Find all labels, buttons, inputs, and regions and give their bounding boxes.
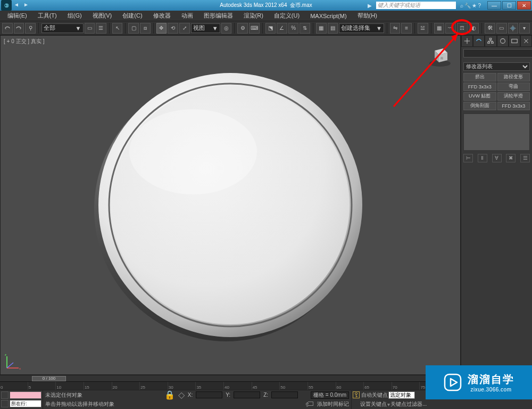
show-end-result-icon[interactable]: Ⅱ — [478, 154, 487, 162]
render-icon[interactable] — [508, 23, 519, 34]
undo-link-icon[interactable] — [2, 23, 13, 34]
tab-utilities[interactable] — [520, 35, 532, 47]
named-sel-icon[interactable]: ▤ — [328, 23, 338, 34]
minimize-button[interactable]: — — [487, 1, 501, 10]
render-frame-icon[interactable]: ▭ — [496, 23, 507, 34]
help-search-input[interactable]: 键入关键字或短语 — [376, 2, 456, 9]
menu-tools[interactable]: 工具(T) — [32, 11, 62, 21]
select-name-icon[interactable]: ☰ — [96, 23, 106, 34]
lock-mini-icon[interactable] — [1, 400, 9, 407]
selection-filter-dropdown[interactable]: 全部▼ — [41, 23, 84, 33]
tab-hierarchy[interactable] — [485, 35, 496, 47]
mod-ffd2[interactable]: FFD 3x3x3 — [497, 102, 530, 110]
key-icon[interactable]: ⚿ — [352, 390, 361, 400]
ref-coord-dropdown[interactable]: 视图▼ — [191, 23, 220, 33]
set-key-button[interactable]: 设置关键点 — [360, 400, 387, 408]
script-mini-icon[interactable] — [1, 391, 9, 399]
auto-key-button[interactable]: 自动关键点 — [361, 391, 388, 399]
menu-create[interactable]: 创建(C) — [117, 11, 147, 21]
maximize-button[interactable]: ☐ — [502, 1, 516, 10]
selected-dropdown[interactable]: 选定对象 — [388, 391, 415, 399]
now-row-input[interactable]: 所在行: — [10, 400, 41, 407]
help-icon[interactable]: ? — [478, 3, 481, 9]
right-arrow-icon[interactable]: ► — [23, 2, 31, 9]
coord-z-input[interactable] — [271, 391, 298, 398]
snap-toggle-icon[interactable]: ⬔ — [265, 23, 276, 34]
modifier-list-dropdown[interactable]: 修改器列表 — [463, 62, 530, 71]
schematic-icon[interactable]: ☶ — [457, 23, 468, 34]
object-name-input[interactable] — [463, 49, 532, 58]
add-time-tag[interactable]: 添加时间标记 — [317, 400, 349, 408]
keyboard-shortcut-icon[interactable]: ⌨ — [249, 23, 260, 34]
pivot-icon[interactable]: ◎ — [221, 23, 232, 34]
menu-help[interactable]: 帮助(H) — [352, 11, 383, 21]
viewport[interactable]: [ + 0 正交 ] 真实 ] — [0, 35, 461, 375]
spinner-snap-icon[interactable]: ⇅ — [300, 23, 310, 34]
tab-display[interactable] — [509, 35, 520, 47]
angle-snap-icon[interactable]: ∠ — [277, 23, 287, 34]
isolate-icon[interactable]: ◇ — [178, 390, 185, 400]
left-arrow-icon[interactable]: ◄ — [14, 2, 21, 9]
make-unique-icon[interactable]: ∀ — [492, 154, 502, 162]
close-button[interactable]: ✕ — [517, 1, 531, 10]
key-filter-button[interactable]: 关键点过滤器... — [390, 400, 427, 408]
menu-modifiers[interactable]: 修改器 — [148, 11, 176, 21]
render-setup-icon[interactable]: 🛠 — [485, 23, 495, 34]
mod-ffd[interactable]: FFD 3x3x3 — [463, 83, 496, 91]
bind-icon[interactable]: ⚲ — [25, 23, 36, 34]
viewcube[interactable]: 前 — [427, 43, 453, 69]
remove-modifier-icon[interactable]: ✖ — [506, 154, 516, 162]
configure-sets-icon[interactable]: ☰ — [520, 154, 530, 162]
mod-uvw[interactable]: UVW 贴图 — [463, 92, 496, 101]
cursor-icon[interactable]: ↖ — [112, 23, 123, 34]
align-icon[interactable]: ≡ — [401, 23, 412, 34]
tag-icon[interactable]: 🏷 — [305, 399, 314, 409]
menu-edit[interactable]: 编辑(E) — [2, 11, 32, 21]
menu-animation[interactable]: 动画 — [176, 11, 198, 21]
redo-link-icon[interactable] — [14, 23, 24, 34]
star-icon[interactable]: ★ — [472, 3, 477, 9]
menu-graph-editors[interactable]: 图形编辑器 — [198, 11, 238, 21]
mod-bend[interactable]: 弯曲 — [497, 83, 530, 91]
svg-rect-20 — [445, 374, 461, 390]
scale-icon[interactable]: ⤢ — [179, 23, 190, 34]
material-icon[interactable]: ◐ — [469, 23, 479, 34]
e-poly-icon[interactable]: ▦ — [316, 23, 327, 34]
menu-group[interactable]: 组(G) — [62, 11, 87, 21]
menu-maxscript[interactable]: MAXScript(M) — [305, 12, 352, 20]
viewport-label[interactable]: [ + 0 正交 ] 真实 ] — [4, 38, 44, 45]
manipulate-icon[interactable]: ⚙ — [237, 23, 248, 34]
rotate-icon[interactable]: ⟲ — [168, 23, 178, 34]
select-object-icon[interactable]: ▭ — [85, 23, 95, 34]
tab-create[interactable] — [461, 35, 473, 47]
mod-extrude[interactable]: 挤出 — [463, 73, 496, 81]
mod-path-deform[interactable]: 路径变形 — [497, 73, 530, 81]
coord-x-input[interactable] — [196, 391, 222, 398]
percent-snap-icon[interactable]: % — [288, 23, 299, 34]
search-arrow-icon[interactable]: ▶ — [368, 3, 372, 9]
tab-motion[interactable] — [497, 35, 509, 47]
curve-editor-icon[interactable]: 〰 — [445, 23, 456, 34]
mod-turbosmooth[interactable]: 涡轮平滑 — [497, 92, 530, 101]
wrench-icon[interactable]: 🔧 — [464, 3, 471, 9]
layer-icon[interactable]: ☱ — [418, 23, 428, 34]
menu-view[interactable]: 视图(V) — [87, 11, 118, 21]
time-slider-thumb[interactable]: 0 / 100 — [32, 376, 66, 381]
lock-icon[interactable]: 🔒 — [164, 390, 175, 400]
binoculars-icon[interactable]: ⌕ — [460, 3, 463, 9]
modifier-stack[interactable] — [463, 113, 530, 151]
named-selection-dropdown[interactable]: 创建选择集▼ — [339, 23, 384, 33]
region-rect-icon[interactable]: ▢ — [128, 23, 139, 34]
move-icon[interactable]: ✥ — [156, 23, 167, 34]
coord-y-input[interactable] — [234, 391, 260, 398]
key-filter-icon[interactable]: ▾ — [387, 402, 390, 407]
window-crossing-icon[interactable]: ⧈ — [140, 23, 151, 34]
mirror-icon[interactable]: ⇋ — [390, 23, 401, 34]
pin-stack-icon[interactable]: ⊢ — [463, 154, 473, 162]
render-preset-icon[interactable]: ▾ — [519, 23, 530, 34]
menu-render[interactable]: 渲染(R) — [238, 11, 269, 21]
graphite-icon[interactable]: ▦ — [434, 23, 445, 34]
menu-customize[interactable]: 自定义(U) — [269, 11, 305, 21]
tab-modify[interactable] — [473, 35, 485, 47]
mod-bevel-profile[interactable]: 倒角剖面 — [463, 102, 496, 110]
